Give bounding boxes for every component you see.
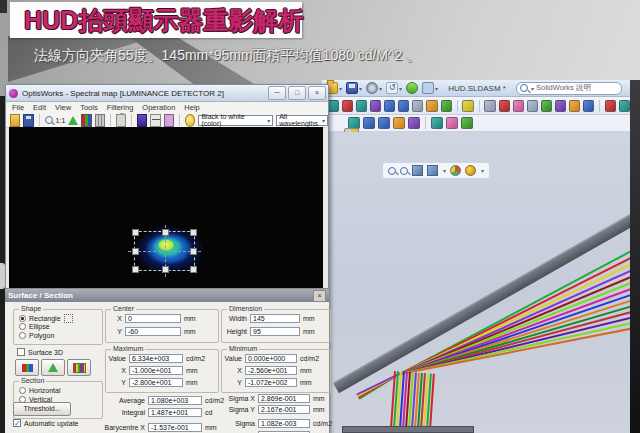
appearance-icon[interactable] — [450, 165, 461, 176]
color-triangle-button[interactable] — [41, 359, 65, 376]
3d-viewport[interactable]: ▾ ▾ — [322, 132, 630, 433]
save-icon[interactable] — [23, 114, 33, 127]
open-icon[interactable] — [10, 114, 20, 127]
move-component-icon[interactable] — [398, 100, 409, 112]
clipboard-icon[interactable] — [484, 100, 495, 112]
optisworks-titlebar[interactable]: OptisWorks - Spectral map [LUMINANCE DET… — [6, 85, 328, 102]
surface-tool-icon[interactable] — [363, 117, 375, 129]
result-map-icon[interactable] — [446, 117, 458, 129]
curve-icon[interactable] — [527, 100, 538, 112]
height-field[interactable]: 95 — [250, 327, 300, 336]
rgb-display-button[interactable] — [15, 359, 39, 376]
lamp-icon[interactable] — [185, 114, 195, 127]
ruler-icon[interactable] — [95, 114, 105, 127]
filter-icon[interactable] — [164, 114, 174, 127]
center-y-field[interactable]: -60 — [125, 327, 181, 336]
levels-icon[interactable] — [150, 114, 160, 127]
measure-icon[interactable] — [605, 100, 616, 112]
radio-horizontal[interactable]: Horizontal — [19, 387, 61, 394]
selection-handle[interactable] — [162, 229, 169, 236]
grid-display-button[interactable] — [67, 359, 91, 376]
selection-handle[interactable] — [132, 266, 139, 273]
mate-tool-icon[interactable] — [356, 100, 367, 112]
zoom-icon[interactable] — [45, 116, 53, 124]
selection-handle[interactable] — [190, 229, 197, 236]
integral-field[interactable]: 1.487e+001 — [148, 408, 202, 417]
undo-button[interactable]: ↺▾ — [386, 82, 402, 94]
color-triangle-icon[interactable] — [68, 116, 78, 125]
assembly-feature-icon[interactable] — [426, 100, 437, 112]
zoom-fit-icon[interactable] — [388, 167, 396, 175]
zoom-area-icon[interactable] — [400, 167, 408, 175]
settings-button[interactable]: ▾ — [366, 82, 382, 94]
display-style-icon[interactable] — [427, 165, 438, 176]
radio-ellipse[interactable]: Ellipse — [19, 323, 50, 330]
insert-component-icon[interactable] — [342, 100, 353, 112]
simulation-run-icon[interactable] — [431, 117, 443, 129]
pgu-detector-bar[interactable] — [342, 426, 474, 433]
menu-tools[interactable]: Tools — [80, 103, 98, 112]
close-button[interactable]: × — [308, 86, 326, 100]
scene-icon[interactable] — [465, 165, 476, 176]
minimize-button[interactable]: ─ — [268, 86, 286, 100]
clipboard-icon[interactable] — [116, 114, 126, 127]
view-orientation-icon[interactable] — [412, 165, 423, 176]
menu-edit[interactable]: Edit — [33, 103, 46, 112]
evaluate-icon[interactable] — [541, 100, 552, 112]
maximize-button[interactable]: □ — [288, 86, 306, 100]
source-tool-icon[interactable] — [393, 117, 405, 129]
solidworks-titlebar[interactable]: ▾ ▾ ▾ ↺▾ ▾ HUD.SLDASM * ▾ SolidWorks 說明 — [322, 80, 630, 97]
radio-polygon[interactable]: Polygon — [19, 332, 54, 339]
reference-geometry-icon[interactable] — [441, 100, 452, 112]
sketch-icon[interactable] — [583, 100, 594, 112]
sensor-tool-icon[interactable] — [408, 117, 420, 129]
wavelength-select[interactable]: All wavelengths ▾ — [276, 115, 328, 126]
save-button[interactable]: ▾ — [346, 82, 362, 94]
min-value-field[interactable]: 0.000e+000 — [245, 354, 297, 363]
smart-fastener-icon[interactable] — [384, 100, 395, 112]
max-value-field[interactable]: 6.334e+003 — [129, 354, 183, 363]
display-button[interactable]: ▾ — [422, 82, 438, 94]
panel-titlebar[interactable]: Surface / Section × — [5, 289, 329, 302]
show-hidden-icon[interactable] — [412, 100, 423, 112]
surface3d-checkbox[interactable]: Surface 3D — [17, 348, 63, 356]
width-field[interactable]: 145 — [250, 314, 300, 323]
bulb-icon[interactable] — [462, 100, 473, 112]
center-x-field[interactable]: 0 — [125, 314, 181, 323]
mass-properties-icon[interactable] — [619, 100, 630, 112]
simulation-icon[interactable] — [513, 100, 524, 112]
menu-file[interactable]: File — [12, 103, 24, 112]
assembly-tool-icon[interactable] — [328, 100, 339, 112]
min-x-field[interactable]: -2.560e+001 — [245, 366, 297, 375]
radio-rectangle[interactable]: Rectangle — [19, 314, 73, 323]
barycentre-x-field[interactable]: -1.537e-001 — [148, 423, 202, 432]
rebuild-button[interactable] — [406, 82, 418, 94]
threshold-button[interactable]: Threshold... — [13, 402, 71, 416]
min-y-field[interactable]: -1.072e+002 — [245, 378, 297, 387]
render-tools-icon[interactable] — [569, 100, 580, 112]
palette-select[interactable]: Black to white (color) ▾ — [198, 115, 273, 126]
selection-handle[interactable] — [132, 229, 139, 236]
menu-help[interactable]: Help — [184, 103, 199, 112]
one-to-one-button[interactable]: 1:1 — [56, 115, 66, 126]
help-search-box[interactable]: ▾ SolidWorks 說明 — [516, 82, 622, 95]
detector-tool-icon[interactable] — [378, 117, 390, 129]
selection-handle[interactable] — [190, 266, 197, 273]
sigma-x-field[interactable]: 2.869e-001 — [258, 394, 310, 403]
selection-rectangle[interactable] — [134, 231, 195, 271]
max-y-field[interactable]: -2.800e+001 — [129, 378, 183, 387]
menu-filtering[interactable]: Filtering — [107, 103, 134, 112]
3d-view-icon[interactable] — [461, 117, 473, 129]
close-icon[interactable]: × — [313, 290, 326, 302]
exploded-view-icon[interactable] — [499, 100, 510, 112]
rgb-map-icon[interactable] — [81, 114, 91, 127]
selection-handle[interactable] — [190, 248, 197, 255]
auto-update-checkbox[interactable]: ✓ Automatic update — [13, 419, 78, 427]
selection-handle[interactable] — [132, 248, 139, 255]
max-x-field[interactable]: -1.000e+001 — [129, 366, 183, 375]
sigma-y-field[interactable]: 2.167e-001 — [258, 405, 310, 414]
menu-operation[interactable]: Operation — [142, 103, 175, 112]
average-field[interactable]: 1.080e+003 — [148, 396, 202, 405]
dimxpert-icon[interactable] — [555, 100, 566, 112]
selection-handle[interactable] — [162, 266, 169, 273]
